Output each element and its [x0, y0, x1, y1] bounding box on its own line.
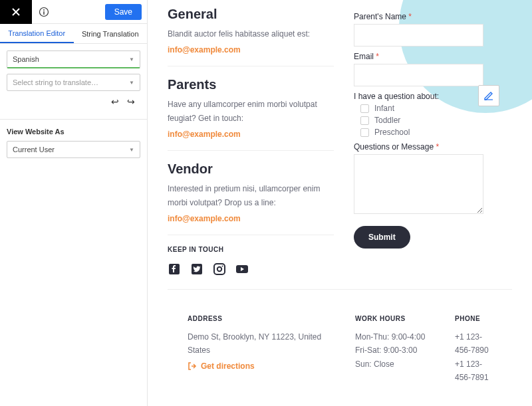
svg-point-6: [217, 267, 221, 271]
twitter-link[interactable]: [190, 262, 203, 276]
view-as-select[interactable]: Current User ▼: [7, 141, 140, 158]
content: General Blandit auctor felis habitasse a…: [148, 0, 532, 406]
info-column: General Blandit auctor felis habitasse a…: [168, 7, 334, 276]
info-icon: [39, 7, 49, 17]
email-label: Email *: [354, 52, 512, 61]
phone-line1: +1 123-456-7890: [455, 330, 492, 357]
checkbox-toddler[interactable]: Toddler: [360, 116, 512, 125]
section-vendor: Vendor Interested in pretium nisi, ullam…: [168, 161, 334, 235]
hours-heading: WORK HOURS: [355, 315, 435, 322]
save-button[interactable]: Save: [105, 4, 142, 20]
questions-textarea[interactable]: [354, 154, 483, 214]
view-as-label: View Website As: [0, 120, 147, 141]
social-links: [168, 262, 334, 276]
checkbox-icon: [360, 104, 369, 113]
language-value: Spanish: [13, 55, 39, 63]
parents-title: Parents: [168, 77, 334, 92]
footer-phone: PHONE +1 123-456-7890 +1 123-456-7891: [455, 315, 492, 385]
tab-string-translation[interactable]: String Translation: [74, 24, 148, 43]
chevron-down-icon: ▼: [129, 56, 134, 62]
phone-line2: +1 123-456-7891: [455, 357, 492, 385]
tab-translation-editor[interactable]: Translation Editor: [0, 24, 74, 43]
keep-in-touch-label: KEEP IN TOUCH: [168, 246, 334, 253]
chevron-down-icon: ▼: [129, 147, 134, 153]
youtube-link[interactable]: [235, 262, 249, 276]
form-column: Parent's Name * Email * I have a questio…: [354, 7, 512, 276]
twitter-icon: [191, 263, 203, 275]
sidebar: Save Translation Editor String Translati…: [0, 0, 148, 406]
svg-rect-5: [214, 264, 225, 274]
vendor-email[interactable]: info@example.com: [168, 214, 241, 223]
tabs: Translation Editor String Translation: [0, 24, 147, 44]
redo-arrow-icon[interactable]: ↪: [127, 96, 135, 107]
section-parents: Parents Have any ullamcorper enim morbi …: [168, 77, 334, 151]
parent-name-label: Parent's Name *: [354, 12, 512, 21]
svg-rect-2: [43, 11, 44, 15]
questions-label: Questions or Message *: [354, 142, 512, 152]
instagram-icon: [213, 263, 225, 275]
checkbox-icon: [360, 128, 369, 137]
vendor-desc: Interested in pretium nisi, ullamcorper …: [168, 182, 334, 209]
footer-address: ADDRESS Demo St, Brooklyn, NY 11223, Uni…: [188, 315, 335, 385]
info-button[interactable]: [32, 0, 56, 24]
vendor-title: Vendor: [168, 161, 334, 177]
general-email[interactable]: info@example.com: [168, 45, 241, 54]
nav-arrows: ↩ ↪: [7, 96, 140, 112]
email-input[interactable]: [354, 64, 483, 86]
view-as-value: Current User: [13, 146, 55, 153]
checkbox-preschool[interactable]: Preschool: [360, 128, 512, 137]
language-select[interactable]: Spanish ▼: [7, 51, 140, 68]
parents-email[interactable]: info@example.com: [168, 130, 241, 139]
close-button[interactable]: [0, 0, 32, 24]
hours-line3: Sun: Close: [355, 357, 435, 371]
instagram-link[interactable]: [213, 262, 226, 276]
hours-line1: Mon-Thu: 9:00-4:00: [355, 330, 435, 344]
parents-desc: Have any ullamcorper enim morbi volutpat…: [168, 98, 334, 125]
phone-heading: PHONE: [455, 315, 492, 322]
svg-point-7: [222, 265, 223, 266]
submit-button[interactable]: Submit: [354, 226, 410, 249]
get-directions-link[interactable]: Get directions: [188, 361, 335, 371]
topbar: Save: [0, 0, 147, 24]
address-text: Demo St, Brooklyn, NY 11223, United Stat…: [188, 330, 335, 357]
undo-arrow-icon[interactable]: ↩: [111, 96, 119, 107]
svg-point-1: [43, 9, 45, 11]
string-select[interactable]: Select string to translate… ▼: [7, 74, 140, 91]
hours-line2: Fri-Sat: 9:00-3:00: [355, 344, 435, 357]
footer-hours: WORK HOURS Mon-Thu: 9:00-4:00 Fri-Sat: 9…: [355, 315, 435, 385]
general-desc: Blandit auctor felis habitasse aliquet e…: [168, 27, 334, 41]
facebook-icon: [168, 263, 180, 275]
chevron-down-icon: ▼: [129, 80, 134, 86]
facebook-link[interactable]: [168, 262, 181, 276]
footer: ADDRESS Demo St, Brooklyn, NY 11223, Uni…: [168, 289, 512, 385]
address-heading: ADDRESS: [188, 315, 335, 322]
close-icon: [11, 7, 21, 17]
general-title: General: [168, 7, 334, 22]
checkbox-icon: [360, 116, 369, 125]
pencil-icon: [483, 90, 494, 101]
exit-icon: [188, 361, 197, 371]
edit-button[interactable]: [478, 85, 499, 106]
string-placeholder: Select string to translate…: [13, 78, 98, 86]
parent-name-input[interactable]: [354, 24, 483, 47]
section-general: General Blandit auctor felis habitasse a…: [168, 7, 334, 66]
youtube-icon: [235, 263, 249, 275]
